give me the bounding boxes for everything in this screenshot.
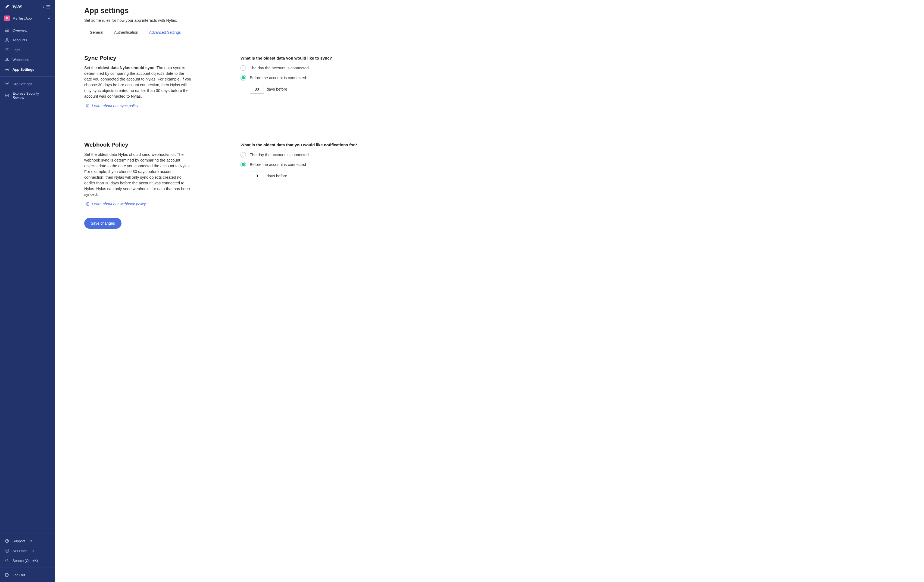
sidebar-item-label: API Docs	[13, 549, 27, 553]
tab-authentication[interactable]: Authentication	[109, 28, 144, 38]
logout-icon	[5, 573, 9, 577]
sidebar-item-overview[interactable]: Overview	[0, 25, 55, 35]
sync-days-row: days before	[250, 85, 897, 94]
radio-icon	[241, 75, 246, 81]
sidebar-item-label: Webhooks	[13, 58, 29, 62]
tab-advanced-settings[interactable]: Advanced Settings	[144, 28, 186, 38]
sync-question: What is the oldest data you would like t…	[241, 56, 897, 60]
sidebar-item-api-docs[interactable]: API Docs	[0, 546, 55, 556]
tab-general[interactable]: General	[84, 28, 109, 38]
sidebar-item-label: App Settings	[13, 68, 34, 71]
external-link-icon	[31, 549, 35, 552]
svg-point-5	[7, 83, 8, 84]
document-icon	[5, 549, 9, 553]
webhook-learn-link[interactable]: Learn about our webhook policy	[86, 202, 146, 206]
brand-shell-icon	[5, 4, 10, 9]
save-changes-button[interactable]: Save changes	[84, 218, 122, 229]
radio-label: The day the account is connected	[250, 66, 309, 70]
sync-days-input[interactable]	[250, 85, 264, 94]
webhook-learn-label: Learn about our webhook policy	[92, 202, 146, 206]
nav-footer: Support API Docs Search (Ctrl +K)	[0, 534, 55, 567]
app-avatar: M	[4, 15, 10, 21]
webhook-icon	[5, 57, 9, 62]
webhook-days-row: days before	[250, 172, 897, 180]
webhook-days-input[interactable]	[250, 172, 264, 180]
sync-option-connected-day[interactable]: The day the account is connected	[241, 65, 897, 71]
sync-policy-section: Sync Policy Set the oldest data Nylas sh…	[84, 55, 897, 109]
radio-label: The day the account is connected	[250, 152, 309, 157]
sidebar-item-label: Logs	[13, 48, 20, 52]
svg-point-0	[6, 39, 8, 40]
search-icon	[5, 558, 9, 563]
webhook-title: Webhook Policy	[84, 141, 191, 148]
svg-point-4	[7, 69, 8, 70]
svg-point-1	[6, 60, 7, 61]
sidebar-item-label: Accounts	[13, 38, 27, 42]
document-icon	[86, 202, 90, 206]
sync-learn-label: Learn about our sync policy	[92, 104, 138, 108]
sidebar-item-label: Search (Ctrl +K)	[13, 559, 38, 563]
sync-days-suffix: days before	[267, 87, 287, 91]
svg-point-6	[5, 94, 9, 97]
menu-icon[interactable]	[46, 5, 51, 8]
nav-primary: Overview Accounts Logs Webhooks	[0, 23, 55, 76]
gear-icon	[5, 67, 9, 71]
webhook-description: Set the oldest data Nylas should send we…	[84, 152, 191, 197]
radio-label: Before the account is connected	[250, 76, 306, 80]
gear-icon	[5, 82, 9, 86]
radio-label: Before the account is connected	[250, 162, 306, 167]
svg-point-9	[6, 559, 8, 561]
webhook-days-suffix: days before	[267, 174, 287, 178]
sidebar-item-support[interactable]: Support	[0, 536, 55, 546]
logs-icon	[5, 48, 9, 52]
tabs: General Authentication Advanced Settings	[84, 28, 897, 38]
webhook-question: What is the oldest data that you would l…	[241, 142, 897, 147]
brand-text: nylas	[12, 4, 22, 10]
radio-icon	[241, 162, 246, 167]
webhook-option-connected-day[interactable]: The day the account is connected	[241, 152, 897, 157]
sync-title: Sync Policy	[84, 55, 191, 61]
sidebar-item-label: Express Security Review	[13, 91, 50, 99]
sidebar-item-webhooks[interactable]: Webhooks	[0, 55, 55, 64]
sync-option-before-connected[interactable]: Before the account is connected	[241, 75, 897, 81]
svg-point-2	[8, 60, 9, 61]
sync-description: Set the oldest data Nylas should sync. T…	[84, 65, 191, 99]
home-icon	[5, 28, 9, 32]
radio-icon	[241, 65, 246, 71]
sidebar-collapse-controls	[42, 5, 51, 8]
sidebar-item-label: Overview	[13, 28, 27, 32]
main-content: App settings Set some rules for how your…	[55, 0, 924, 582]
sidebar-header: nylas	[0, 0, 55, 13]
webhook-policy-section: Webhook Policy Set the oldest data Nylas…	[84, 141, 897, 207]
app-switcher-name: My Test App	[13, 17, 45, 20]
radio-icon	[241, 152, 246, 157]
sidebar: nylas M My Test App Overview	[0, 0, 55, 582]
sidebar-item-express-security[interactable]: Express Security Review	[0, 89, 55, 102]
webhook-option-before-connected[interactable]: Before the account is connected	[241, 162, 897, 167]
sidebar-item-org-settings[interactable]: Org Settings	[0, 79, 55, 89]
nav-logout: Log Out	[0, 568, 55, 582]
document-icon	[86, 104, 90, 108]
sidebar-item-accounts[interactable]: Accounts	[0, 35, 55, 45]
help-icon	[5, 539, 9, 543]
user-icon	[5, 38, 9, 42]
sidebar-item-search[interactable]: Search (Ctrl +K)	[0, 556, 55, 565]
chevron-down-icon	[47, 17, 51, 19]
sidebar-item-label: Org Settings	[13, 82, 32, 86]
sidebar-item-app-settings[interactable]: App Settings	[0, 64, 55, 74]
sidebar-item-logout[interactable]: Log Out	[0, 570, 55, 580]
shield-check-icon	[5, 93, 9, 98]
sidebar-item-label: Log Out	[13, 573, 25, 577]
page-title: App settings	[84, 7, 897, 15]
sidebar-item-logs[interactable]: Logs	[0, 45, 55, 55]
page-subtitle: Set some rules for how your app interact…	[84, 18, 897, 23]
sidebar-item-label: Support	[13, 539, 25, 543]
app-switcher[interactable]: M My Test App	[0, 13, 55, 23]
nav-secondary: Org Settings Express Security Review	[0, 77, 55, 104]
chevron-left-icon[interactable]	[42, 5, 44, 8]
sync-learn-link[interactable]: Learn about our sync policy	[86, 104, 138, 108]
svg-point-3	[7, 58, 8, 59]
external-link-icon	[29, 539, 32, 542]
brand-logo[interactable]: nylas	[5, 4, 22, 10]
